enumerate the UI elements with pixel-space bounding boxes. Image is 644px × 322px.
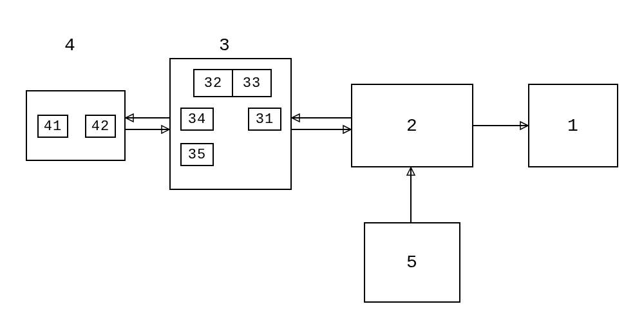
block3: 32 33 34 31 35 [169, 58, 292, 190]
arrow-3-to-2 [292, 113, 351, 138]
inner42: 42 [85, 115, 116, 138]
arrow-2-to-1 [473, 119, 528, 132]
block4-label: 4 [64, 35, 76, 55]
inner35: 35 [180, 143, 214, 166]
arrow-4-to-3 [126, 113, 169, 138]
block4: 41 42 [26, 90, 126, 161]
inner31: 31 [248, 108, 281, 131]
block5: 5 [364, 222, 460, 303]
block3-label: 3 [219, 35, 231, 55]
inner34: 34 [180, 108, 214, 131]
block2: 2 [351, 84, 473, 167]
inner33: 33 [232, 69, 272, 97]
inner32: 32 [193, 69, 233, 97]
arrow-5-to-2 [404, 167, 417, 222]
inner41: 41 [37, 115, 68, 138]
block1: 1 [528, 84, 618, 167]
